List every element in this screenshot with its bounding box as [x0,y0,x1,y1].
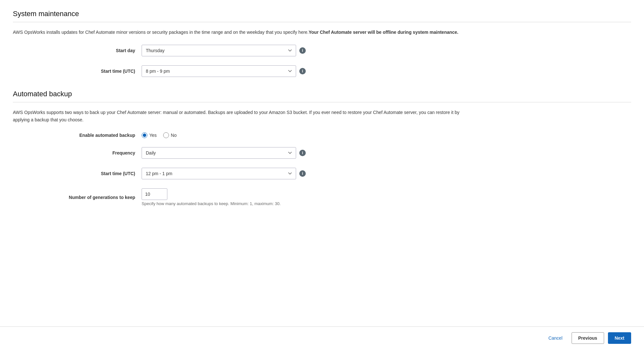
system-maintenance-title: System maintenance [13,10,631,18]
automated-backup-divider [13,102,631,102]
enable-backup-control: Yes No [142,132,177,138]
previous-button[interactable]: Previous [572,332,604,344]
backup-start-time-label: Start time (UTC) [45,171,142,176]
generations-label: Number of generations to keep [45,195,142,200]
frequency-control: Hourly Daily Weekly i [142,147,306,159]
start-day-row: Start day Sunday Monday Tuesday Wednesda… [13,45,631,56]
start-time-info-icon[interactable]: i [299,68,306,74]
generations-control: Specify how many automated backups to ke… [142,188,281,206]
automated-backup-description: AWS OpsWorks supports two ways to back u… [13,109,463,123]
cancel-button[interactable]: Cancel [543,332,568,344]
backup-start-time-row: Start time (UTC) 12 am - 1 am 1 am - 2 a… [13,168,631,179]
automated-backup-title: Automated backup [13,90,631,98]
page-container: System maintenance AWS OpsWorks installs… [0,0,644,247]
start-day-label: Start day [45,48,142,53]
system-maintenance-divider [13,22,631,22]
backup-start-time-control: 12 am - 1 am 1 am - 2 am 2 am - 3 am 3 a… [142,168,306,179]
yes-radio-label: Yes [149,133,157,138]
next-button[interactable]: Next [608,332,631,344]
system-maintenance-description: AWS OpsWorks installs updates for Chef A… [13,29,463,36]
generations-help-text: Specify how many automated backups to ke… [142,201,281,206]
start-day-select[interactable]: Sunday Monday Tuesday Wednesday Thursday… [142,45,296,56]
no-radio-label: No [171,133,177,138]
backup-start-time-select[interactable]: 12 am - 1 am 1 am - 2 am 2 am - 3 am 3 a… [142,168,296,179]
frequency-select[interactable]: Hourly Daily Weekly [142,147,296,159]
start-day-control: Sunday Monday Tuesday Wednesday Thursday… [142,45,306,56]
no-radio-input[interactable] [163,132,169,138]
yes-radio-option[interactable]: Yes [142,132,157,138]
enable-backup-label: Enable automated backup [45,133,142,138]
enable-backup-row: Enable automated backup Yes No [13,132,631,138]
backup-start-time-info-icon[interactable]: i [299,170,306,177]
automated-backup-section: Automated backup AWS OpsWorks supports t… [13,90,631,206]
start-time-label: Start time (UTC) [45,69,142,74]
generations-input[interactable] [142,188,167,200]
frequency-label: Frequency [45,150,142,156]
no-radio-option[interactable]: No [163,132,177,138]
system-maintenance-section: System maintenance AWS OpsWorks installs… [13,10,631,77]
frequency-info-icon[interactable]: i [299,150,306,156]
start-time-select[interactable]: 12 am - 1 am 1 am - 2 am 2 am - 3 am 3 a… [142,65,296,77]
footer: Cancel Previous Next [0,326,644,349]
frequency-row: Frequency Hourly Daily Weekly i [13,147,631,159]
start-time-control: 12 am - 1 am 1 am - 2 am 2 am - 3 am 3 a… [142,65,306,77]
enable-backup-radio-group: Yes No [142,132,177,138]
start-day-info-icon[interactable]: i [299,47,306,54]
start-time-row: Start time (UTC) 12 am - 1 am 1 am - 2 a… [13,65,631,77]
generations-row: Number of generations to keep Specify ho… [13,188,631,206]
generations-input-group: Specify how many automated backups to ke… [142,188,281,206]
yes-radio-input[interactable] [142,132,147,138]
